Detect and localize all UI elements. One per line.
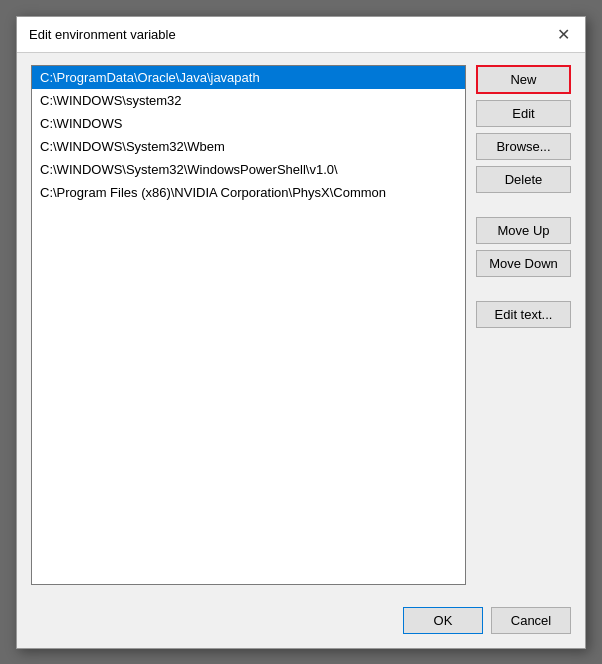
- list-item[interactable]: C:\WINDOWS\system32: [32, 89, 465, 112]
- ok-button[interactable]: OK: [403, 607, 483, 634]
- buttons-panel: New Edit Browse... Delete Move Up Move D…: [476, 65, 571, 585]
- move-down-button[interactable]: Move Down: [476, 250, 571, 277]
- edit-text-button[interactable]: Edit text...: [476, 301, 571, 328]
- browse-button[interactable]: Browse...: [476, 133, 571, 160]
- cancel-button[interactable]: Cancel: [491, 607, 571, 634]
- delete-button[interactable]: Delete: [476, 166, 571, 193]
- list-item[interactable]: C:\WINDOWS\System32\Wbem: [32, 135, 465, 158]
- list-item[interactable]: C:\WINDOWS\System32\WindowsPowerShell\v1…: [32, 158, 465, 181]
- move-up-button[interactable]: Move Up: [476, 217, 571, 244]
- dialog-body: C:\ProgramData\Oracle\Java\javapathC:\WI…: [17, 53, 585, 597]
- new-button[interactable]: New: [476, 65, 571, 94]
- edit-button[interactable]: Edit: [476, 100, 571, 127]
- env-var-list[interactable]: C:\ProgramData\Oracle\Java\javapathC:\WI…: [31, 65, 466, 585]
- spacer2: [476, 283, 571, 295]
- close-button[interactable]: ✕: [553, 24, 573, 44]
- list-item[interactable]: C:\Program Files (x86)\NVIDIA Corporatio…: [32, 181, 465, 204]
- dialog-title: Edit environment variable: [29, 27, 176, 42]
- content-area: C:\ProgramData\Oracle\Java\javapathC:\WI…: [31, 65, 571, 585]
- spacer1: [476, 199, 571, 211]
- list-item[interactable]: C:\ProgramData\Oracle\Java\javapath: [32, 66, 465, 89]
- title-bar: Edit environment variable ✕: [17, 17, 585, 53]
- dialog: Edit environment variable ✕ C:\ProgramDa…: [16, 16, 586, 649]
- list-item[interactable]: C:\WINDOWS: [32, 112, 465, 135]
- dialog-footer: OK Cancel: [17, 597, 585, 648]
